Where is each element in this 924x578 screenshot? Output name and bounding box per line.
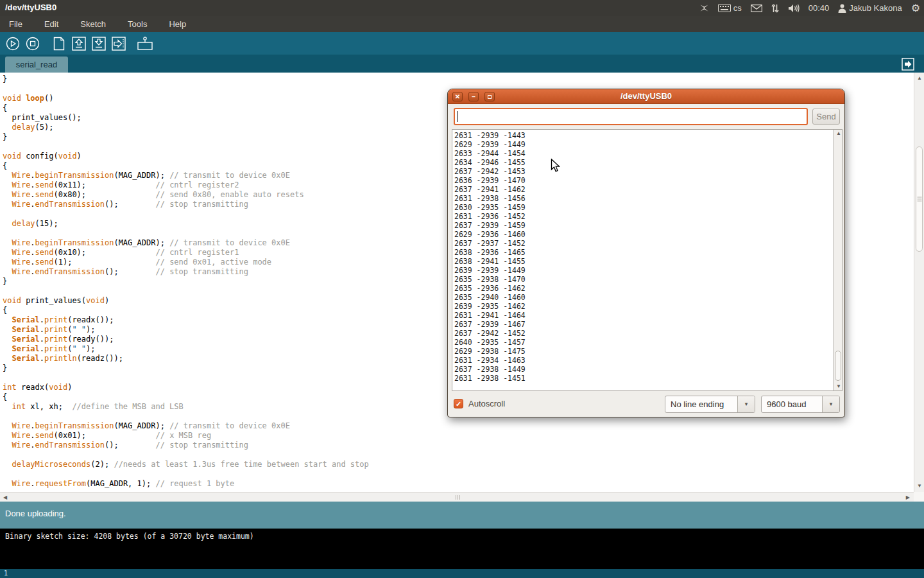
new-sketch-button[interactable]: [51, 35, 67, 52]
console-line: Binary sketch size: 4208 bytes (of a 307…: [5, 532, 254, 541]
build-console: Binary sketch size: 4208 bytes (of a 307…: [0, 529, 924, 569]
open-sketch-button[interactable]: [71, 35, 87, 52]
serial-data-row: 2637 -2937 -1452: [454, 239, 834, 248]
serial-data-row: 2638 -2941 -1455: [454, 257, 834, 266]
desktop: /dev/ttyUSB0 cs 00:40 Jaku: [0, 0, 924, 578]
gear-icon[interactable]: ⚙: [911, 2, 920, 14]
serial-output-lines: 2631 -2939 -14432629 -2939 -14492633 -29…: [452, 130, 834, 383]
serial-data-row: 2631 -2938 -1456: [454, 194, 834, 203]
status-message: Done uploading.: [5, 509, 66, 518]
editor-vertical-scroll-thumb[interactable]: [916, 146, 923, 252]
serial-data-row: 2631 -2941 -1464: [454, 311, 834, 320]
serial-data-row: 2629 -2939 -1449: [454, 140, 834, 149]
chevron-down-icon[interactable]: ▾: [737, 396, 755, 412]
serial-data-row: 2634 -2946 -1455: [454, 158, 834, 167]
toolbar: [0, 32, 924, 55]
serial-monitor-window: ✕ – /dev/ttyUSB0 Send 2631 -2939 -144326…: [447, 89, 845, 417]
serial-data-row: 2635 -2940 -1460: [454, 293, 834, 302]
chevron-down-icon[interactable]: ▾: [822, 396, 839, 412]
window-title: /dev/ttyUSB0: [5, 3, 56, 12]
serial-scroll-up-icon[interactable]: ▲: [836, 131, 841, 136]
scroll-up-arrow-icon[interactable]: ▲: [917, 76, 922, 81]
menu-tools[interactable]: Tools: [125, 18, 150, 30]
user-indicator[interactable]: Jakub Kakona: [838, 3, 902, 13]
scrollbar-corner: [914, 492, 924, 502]
tab-serial-read[interactable]: serial_read: [5, 57, 68, 73]
mail-icon[interactable]: [751, 4, 762, 12]
line-ending-value: No line ending: [665, 396, 737, 412]
serial-monitor-icon: [137, 36, 153, 51]
volume-icon[interactable]: [788, 4, 800, 13]
upload-right-arrow-icon: [112, 37, 126, 51]
serial-data-row: 2629 -2938 -1475: [454, 347, 834, 356]
menu-bar: File Edit Sketch Tools Help: [0, 16, 924, 32]
line-number-bar: 1: [0, 569, 924, 578]
serial-scroll-thumb[interactable]: [835, 351, 841, 381]
serial-data-row: 2631 -2934 -1463: [454, 356, 834, 365]
serial-monitor-title: /dev/ttyUSB0: [448, 91, 844, 101]
serial-data-row: 2631 -2938 -1451: [454, 374, 834, 383]
serial-data-row: 2635 -2938 -1470: [454, 275, 834, 284]
save-sketch-button[interactable]: [90, 35, 107, 52]
stop-icon: [26, 37, 40, 51]
clock-label: 00:40: [809, 3, 830, 13]
serial-scroll-down-icon[interactable]: ▼: [836, 384, 841, 389]
serial-data-row: 2638 -2936 -1465: [454, 248, 834, 257]
scroll-right-arrow-icon[interactable]: ▶: [906, 495, 910, 500]
tab-bar: serial_read: [0, 55, 924, 73]
menu-help[interactable]: Help: [166, 18, 189, 30]
scroll-left-arrow-icon[interactable]: ◀: [3, 495, 7, 500]
serial-data-row: 2639 -2935 -1462: [454, 302, 834, 311]
menu-edit[interactable]: Edit: [42, 18, 61, 30]
line-number: 1: [4, 570, 8, 577]
serial-data-row: 2633 -2944 -1454: [454, 149, 834, 158]
serial-monitor-titlebar[interactable]: ✕ – /dev/ttyUSB0: [448, 89, 844, 104]
editor-vertical-scrollbar[interactable]: ▲ ▼: [914, 73, 924, 492]
open-up-arrow-icon: [72, 37, 86, 51]
serial-data-row: 2637 -2942 -1452: [454, 329, 834, 338]
verify-button[interactable]: [4, 35, 21, 52]
indicator-pinwheel-icon[interactable]: [699, 3, 709, 13]
network-arrows-icon[interactable]: [771, 4, 779, 13]
serial-data-row: 2639 -2939 -1449: [454, 266, 834, 275]
tab-menu-button[interactable]: [901, 57, 915, 71]
serial-output-area[interactable]: 2631 -2939 -14432629 -2939 -14492633 -29…: [452, 129, 834, 391]
serial-data-row: 2629 -2936 -1460: [454, 230, 834, 239]
serial-data-row: 2630 -2935 -1459: [454, 203, 834, 212]
user-label: Jakub Kakona: [849, 3, 902, 13]
baud-rate-dropdown[interactable]: 9600 baud ▾: [761, 396, 840, 413]
clock-indicator[interactable]: 00:40: [809, 3, 830, 13]
tab-menu-arrow-icon: [902, 58, 914, 71]
system-tray: cs 00:40 Jakub Kakona ⚙: [699, 0, 920, 16]
serial-data-row: 2637 -2939 -1459: [454, 221, 834, 230]
system-bar: /dev/ttyUSB0 cs 00:40 Jaku: [0, 0, 924, 16]
serial-data-row: 2631 -2939 -1443: [454, 131, 834, 140]
serial-input-field[interactable]: [454, 108, 808, 125]
scroll-down-arrow-icon[interactable]: ▼: [917, 484, 922, 489]
serial-data-row: 2637 -2942 -1453: [454, 167, 834, 176]
user-icon: [838, 4, 846, 13]
serial-data-row: 2631 -2936 -1452: [454, 212, 834, 221]
upload-button[interactable]: [110, 35, 127, 52]
menu-sketch[interactable]: Sketch: [78, 18, 108, 30]
verify-play-icon: [6, 37, 20, 51]
autoscroll-checkbox[interactable]: ✓: [454, 399, 463, 408]
menu-file[interactable]: File: [6, 18, 25, 30]
text-caret: [458, 111, 458, 122]
stop-button[interactable]: [24, 35, 41, 52]
mouse-cursor: [551, 159, 562, 175]
horizontal-scroll-grip[interactable]: [456, 495, 460, 500]
serial-data-row: 2637 -2938 -1449: [454, 365, 834, 374]
line-ending-dropdown[interactable]: No line ending ▾: [665, 396, 755, 413]
keyboard-layout-indicator[interactable]: cs: [718, 3, 742, 13]
send-button[interactable]: Send: [812, 109, 840, 125]
serial-monitor-button[interactable]: [137, 35, 153, 52]
serial-data-row: 2637 -2941 -1462: [454, 185, 834, 194]
status-bar: Done uploading.: [0, 502, 924, 529]
new-file-icon: [53, 37, 65, 51]
editor-horizontal-scrollbar[interactable]: ◀ ▶: [0, 492, 914, 502]
save-down-arrow-icon: [92, 37, 106, 51]
autoscroll-label: Autoscroll: [468, 399, 505, 408]
serial-data-row: 2636 -2939 -1470: [454, 176, 834, 185]
serial-scrollbar[interactable]: ▲ ▼: [834, 129, 843, 391]
